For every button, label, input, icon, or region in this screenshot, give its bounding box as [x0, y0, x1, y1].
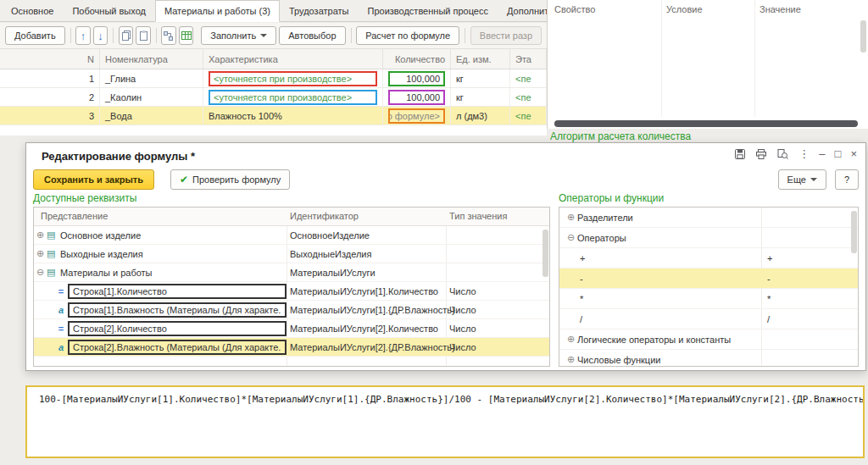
vertical-scrollbar[interactable]	[860, 20, 866, 53]
attribute-name: Основное изделие	[60, 230, 141, 241]
tree-row[interactable]: ⊕ ▤ Выходные изделия ВыходныеИзделия	[34, 245, 549, 263]
vertical-scrollbar[interactable]	[542, 230, 548, 277]
tree-row[interactable]: ⊖ Операторы	[559, 228, 858, 248]
collapse-icon[interactable]: ⊖	[34, 267, 47, 278]
fill-button[interactable]: Заполнить	[201, 26, 276, 45]
table-icon	[181, 30, 192, 42]
materials-table: N Номенклатура Характеристика Количество…	[0, 49, 547, 136]
table-row-selected[interactable]: 3 _Вода Влажность 100% <по формуле> л (д…	[0, 107, 547, 125]
cell-n[interactable]: 2	[0, 88, 100, 106]
operator-row[interactable]: + +	[559, 248, 858, 268]
algorithm-link[interactable]: Алгоритм расчета количества	[550, 130, 691, 142]
expand-icon[interactable]: ⊕	[565, 334, 577, 345]
cell-unit[interactable]: л (дм3)	[451, 107, 510, 125]
operator-row[interactable]: / /	[559, 309, 858, 329]
save-and-close-button[interactable]: Сохранить и закрыть	[33, 169, 154, 190]
move-down-button[interactable]: ↓	[93, 26, 108, 45]
minimize-icon[interactable]: –	[819, 147, 825, 161]
cell-nomenclature[interactable]: _Каолин	[100, 88, 203, 106]
attribute-type: Число	[449, 324, 476, 334]
attribute-id: МатериалыИУслуги[1].Количество	[290, 286, 438, 296]
export-table-button[interactable]	[179, 26, 193, 45]
fill-button-label: Заполнить	[210, 30, 256, 41]
autoselect-button[interactable]: Автовыбор	[279, 26, 345, 45]
add-button[interactable]: Добавить	[5, 26, 65, 45]
annotation-box-red: Строка[1].Влажность (Материалы (Для хара…	[68, 302, 287, 318]
tab-main[interactable]: Основное	[2, 0, 63, 21]
help-button[interactable]: ?	[835, 169, 859, 190]
expand-icon[interactable]: ⊕	[34, 248, 47, 259]
tab-byproduct[interactable]: Побочный выход	[63, 0, 155, 21]
available-attributes-title: Доступные реквизиты	[33, 192, 136, 204]
more-button[interactable]: Еще	[778, 169, 826, 190]
check-formula-button[interactable]: ✔ Проверить формулу	[170, 169, 290, 190]
copy-button[interactable]	[119, 26, 133, 45]
table-row[interactable]: 1 _Глина <уточняется при производстве> 1…	[0, 69, 547, 88]
tab-materials[interactable]: Материалы и работы (3)	[155, 0, 280, 22]
tree-row[interactable]: ⊖ ▤ Материалы и работы МатериалыИУслуги	[34, 263, 549, 282]
tree-row[interactable]: ⊕ Числовые функции	[559, 350, 858, 367]
cell-stage[interactable]: <пе	[510, 107, 547, 125]
collapse-icon[interactable]: ⊖	[565, 232, 577, 243]
vertical-scrollbar[interactable]	[851, 211, 857, 253]
enter-button[interactable]: Ввести разр	[470, 26, 542, 45]
horizontal-scrollbar[interactable]	[554, 120, 858, 127]
paste-button[interactable]	[136, 26, 150, 45]
tree-row[interactable]: ⊕ ▤ Основное изделие ОсновноеИзделие	[34, 226, 549, 245]
tab-production-process[interactable]: Производственный процесс	[359, 0, 498, 21]
annotation-box-purple: Строка[2].Количество	[68, 321, 287, 336]
tree-row[interactable]: = Строка[2].Количество МатериалыИУслуги[…	[34, 319, 549, 338]
operator-group-label: Операторы	[577, 233, 626, 243]
column-header-characteristic: Характеристика	[203, 49, 383, 69]
cell-quantity[interactable]: 100,000	[383, 69, 451, 87]
formula-text[interactable]: 100-[МатериалыИУслуги[1].Количество]*[Ма…	[39, 394, 865, 405]
cell-n[interactable]: 3	[0, 107, 100, 125]
tree-row[interactable]: а Строка[1].Влажность (Материалы (Для ха…	[34, 301, 549, 319]
cell-characteristic[interactable]: <уточняется при производстве>	[203, 69, 383, 87]
annotation-box-orange: <по формуле>	[388, 108, 445, 124]
print-icon[interactable]	[755, 148, 767, 160]
kebab-menu-icon[interactable]: ⋮	[798, 147, 810, 161]
save-icon[interactable]	[734, 148, 746, 160]
column-divider	[661, 0, 662, 117]
attributes-header: Представление Идентификатор Тип значения	[34, 208, 549, 226]
tree-row[interactable]: ⊕ Логические операторы и константы	[559, 329, 858, 350]
cell-n[interactable]: 1	[0, 69, 100, 87]
calc-by-formula-button[interactable]: Расчет по формуле	[356, 26, 459, 45]
expand-icon[interactable]: ⊕	[565, 212, 577, 223]
more-label: Еще	[787, 174, 806, 185]
attribute-name: Материалы и работы	[60, 268, 153, 278]
column-header-unit: Ед. изм.	[451, 49, 510, 69]
operator-row-selected[interactable]: - -	[559, 268, 858, 289]
attribute-name: Выходные изделия	[60, 249, 143, 259]
cell-unit[interactable]: кг	[451, 69, 510, 87]
attribute-id: МатериалыИУслуги[2].{ДР.Влажность}	[290, 342, 455, 352]
maximize-icon[interactable]: □	[835, 147, 842, 161]
app-window: Основное Побочный выход Материалы и рабо…	[0, 0, 868, 465]
move-up-button[interactable]: ↑	[75, 26, 90, 45]
annotation-box-green: 100,000	[388, 71, 445, 86]
cell-quantity[interactable]: <по формуле>	[383, 107, 451, 125]
cell-unit[interactable]: кг	[451, 88, 510, 106]
expand-icon[interactable]: ⊕	[565, 354, 577, 365]
cell-stage[interactable]: <пе	[510, 88, 547, 106]
attribute-id: МатериалыИУслуги[1].{ДР.Влажность}	[290, 305, 455, 315]
attribute-name: Строка[1].Влажность (Материалы (Для хара…	[73, 305, 281, 315]
tree-row-selected[interactable]: а Строка[2].Влажность (Материалы (Для ха…	[34, 338, 549, 357]
cell-quantity[interactable]: 100,000	[383, 88, 451, 106]
cell-stage[interactable]: <пе	[510, 69, 547, 87]
tree-row[interactable]: ⊕ Разделители	[559, 208, 858, 228]
tab-labor[interactable]: Трудозатраты	[280, 0, 359, 21]
cell-characteristic[interactable]: <уточняется при производстве>	[203, 88, 383, 106]
formula-text-box[interactable]: 100-[МатериалыИУслуги[1].Количество]*[Ма…	[25, 385, 865, 458]
cell-nomenclature[interactable]: _Вода	[100, 107, 203, 125]
preview-icon[interactable]	[776, 148, 789, 160]
close-icon[interactable]: ×	[850, 147, 857, 161]
table-row[interactable]: 2 _Каолин <уточняется при производстве> …	[0, 88, 547, 107]
hierarchy-button[interactable]	[161, 26, 175, 45]
expand-icon[interactable]: ⊕	[34, 230, 47, 241]
cell-characteristic[interactable]: Влажность 100%	[203, 107, 383, 125]
operator-row[interactable]: * *	[559, 289, 858, 309]
cell-nomenclature[interactable]: _Глина	[100, 69, 203, 87]
tree-row[interactable]: = Строка[1].Количество МатериалыИУслуги[…	[34, 282, 549, 301]
